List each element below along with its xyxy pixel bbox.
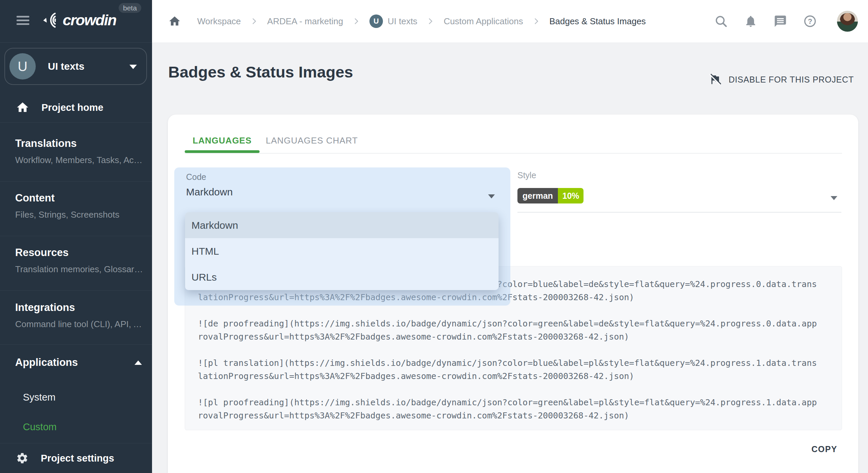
sidebar-item-translations[interactable]: Translations Workflow, Members, Tasks, A… (15, 137, 145, 165)
code-entry: ![pl proofreading](https://img.shields.i… (198, 396, 818, 422)
top-bar-actions: ? (714, 11, 858, 32)
badge-language-label: german (517, 188, 558, 203)
chevron-up-icon (134, 360, 142, 365)
section-title: Resources (15, 247, 145, 259)
breadcrumb-item-current: Badges & Status Images (549, 16, 646, 27)
dropdown-caret-icon (488, 194, 495, 198)
section-subtitle: Translation memories, Glossari… (15, 264, 145, 275)
project-name: UI texts (48, 61, 84, 72)
flag-off-icon (709, 73, 721, 86)
sidebar-item-project-settings[interactable]: Project settings (0, 443, 152, 473)
chevron-right-icon (249, 16, 259, 26)
project-selector[interactable]: U UI texts (4, 48, 147, 85)
project-avatar: U (9, 53, 36, 80)
code-field-value: Markdown (186, 186, 233, 198)
breadcrumb-item-workspace[interactable]: Workspace (197, 16, 241, 27)
home-icon (16, 101, 29, 114)
sidebar-header: crowdin beta (0, 0, 152, 43)
sidebar-item-custom[interactable]: Custom (23, 421, 57, 433)
chevron-right-icon (425, 16, 436, 26)
section-title: Translations (15, 137, 145, 150)
sidebar-item-content[interactable]: Content Files, Strings, Screenshots (15, 192, 145, 220)
breadcrumb-item-label: UI texts (388, 16, 417, 27)
crowdin-logo[interactable]: crowdin (40, 11, 116, 29)
sidebar-item-project-home[interactable]: Project home (0, 93, 152, 122)
top-bar: Workspace ARDEA - marketing U UI texts C… (152, 0, 868, 43)
sidebar-item-applications[interactable]: Applications (15, 356, 142, 369)
copy-button[interactable]: COPY (811, 441, 837, 458)
tab-divider (185, 153, 842, 154)
style-field-underline (517, 212, 841, 213)
menu-option-html[interactable]: HTML (185, 238, 499, 264)
chevron-right-icon (351, 16, 361, 26)
home-icon[interactable] (168, 15, 181, 28)
badge-progress-value: 10% (558, 188, 583, 203)
menu-option-markdown[interactable]: Markdown (185, 212, 499, 238)
sidebar: crowdin beta U UI texts Project home Tra… (0, 0, 152, 473)
chevron-right-icon (531, 16, 541, 26)
bell-icon[interactable] (744, 14, 757, 28)
sidebar-item-label: Project settings (41, 453, 114, 464)
tab-languages[interactable]: LANGUAGES (185, 130, 260, 151)
project-avatar: U (369, 14, 383, 28)
section-title: Integrations (15, 302, 145, 314)
divider (0, 236, 152, 236)
sidebar-item-resources[interactable]: Resources Translation memories, Glossari… (15, 247, 145, 275)
gear-icon (16, 452, 29, 465)
section-subtitle: Command line tool (CLI), API, A… (15, 319, 145, 329)
dropdown-caret-icon[interactable] (831, 196, 837, 200)
crowdin-logo-text: crowdin (63, 11, 116, 29)
chevron-down-icon (129, 65, 137, 69)
divider (0, 344, 152, 345)
code-field-label: Code (186, 172, 206, 182)
sidebar-item-integrations[interactable]: Integrations Command line tool (CLI), AP… (15, 302, 145, 329)
code-entry: ![de proofreading](https://img.shields.i… (198, 317, 818, 343)
section-subtitle: Files, Strings, Screenshots (15, 210, 145, 220)
disable-button-label: DISABLE FOR THIS PROJECT (728, 75, 854, 85)
breadcrumb-item-project[interactable]: U UI texts (369, 14, 417, 28)
style-badge-preview[interactable]: german 10% (517, 188, 583, 203)
breadcrumb-item-project-group[interactable]: ARDEA - marketing (267, 16, 343, 27)
crowdin-logo-icon (40, 11, 61, 29)
section-subtitle: Workflow, Members, Tasks, Act… (15, 155, 145, 165)
sidebar-item-label: Project home (41, 102, 103, 113)
sidebar-item-system[interactable]: System (23, 392, 56, 403)
help-icon[interactable]: ? (803, 14, 817, 28)
disable-for-project-button[interactable]: DISABLE FOR THIS PROJECT (709, 73, 854, 86)
divider (0, 290, 152, 291)
page-title: Badges & Status Images (168, 63, 353, 81)
breadcrumb: Workspace ARDEA - marketing U UI texts C… (168, 14, 646, 28)
divider (0, 181, 152, 182)
hamburger-menu-icon[interactable] (17, 16, 29, 25)
beta-badge: beta (119, 3, 141, 13)
code-dropdown-menu: Markdown HTML URLs (185, 212, 499, 290)
active-tab-indicator (185, 150, 260, 153)
section-title: Applications (15, 356, 78, 369)
menu-option-urls[interactable]: URLs (185, 264, 499, 290)
badges-card: LANGUAGES LANGUAGES CHART Code Markdown … (168, 115, 858, 473)
tab-languages-chart[interactable]: LANGUAGES CHART (260, 130, 364, 151)
breadcrumb-item-custom-applications[interactable]: Custom Applications (444, 16, 523, 27)
user-avatar[interactable] (837, 11, 858, 32)
search-icon[interactable] (714, 14, 728, 28)
chat-icon[interactable] (774, 14, 787, 28)
divider (0, 122, 152, 123)
svg-text:?: ? (808, 17, 812, 26)
style-field-label: Style (517, 170, 536, 180)
section-title: Content (15, 192, 145, 204)
code-entry: ![pl translation](https://img.shields.io… (198, 356, 818, 383)
